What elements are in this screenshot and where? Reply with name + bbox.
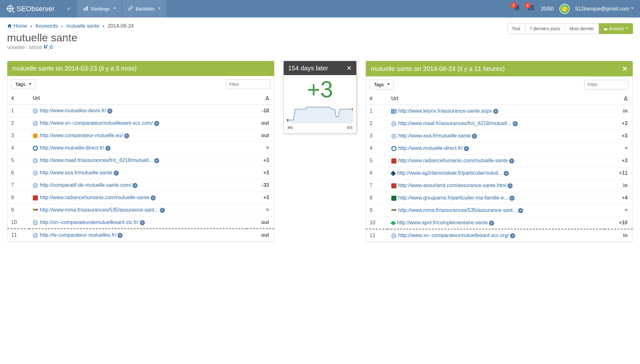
result-url-link[interactable]: http://www.comparateur-mutuelle.eu/: [40, 133, 123, 138]
table-row[interactable]: 3http://www.axa.fr/mutuelle-sante++3: [366, 130, 633, 142]
table-row[interactable]: 10http://xn--comparateurdemutuellesant-z…: [7, 216, 274, 229]
filter-input[interactable]: [226, 80, 270, 89]
result-url-link[interactable]: http://www.radiancehumanis.com/mutuelle-…: [398, 158, 508, 163]
result-url-link[interactable]: http://www.april.fr/complementaire-sante: [397, 220, 488, 225]
range-lastmonth-button[interactable]: Mois dernier: [565, 23, 599, 34]
add-icon[interactable]: +: [140, 220, 145, 225]
delta-cell: +3: [247, 154, 274, 167]
table-row[interactable]: 11http://www.xn--comparateurmutuellesant…: [366, 229, 633, 242]
delta-cell: in: [604, 229, 633, 242]
table-row[interactable]: 7http://www.assurland.com/assurance-sant…: [366, 179, 633, 192]
favorite-star[interactable]: [49, 45, 53, 50]
add-icon[interactable]: +: [105, 146, 110, 151]
result-url-link[interactable]: http://www.lelynx.fr/assurance-sante.asp…: [398, 108, 492, 114]
table-row[interactable]: 6http://www.ag2rlamondiale.fr/particulie…: [366, 167, 633, 179]
table-row[interactable]: 7http://comparatif-de-mutuelle-sante.com…: [7, 179, 274, 192]
result-url-link[interactable]: http://le-comparateur-mutuelles.fr/: [40, 232, 116, 238]
table-row[interactable]: 3http://www.comparateur-mutuelle.eu/+out: [7, 130, 274, 142]
add-icon[interactable]: +: [489, 220, 494, 226]
add-icon[interactable]: +: [504, 171, 509, 176]
close-icon[interactable]: ✕: [622, 65, 628, 73]
nav-check-icon[interactable]: ✓: [61, 6, 77, 12]
table-row[interactable]: 2http://www.maaf.fr/assurances/fr/c_6218…: [366, 117, 633, 130]
result-url-link[interactable]: http://www.mutuelle-direct.fr/: [40, 145, 104, 150]
result-url-link[interactable]: http://www.mma.fr/assurances/535/assuran…: [40, 207, 159, 213]
close-icon[interactable]: ✕: [346, 64, 352, 72]
result-url-link[interactable]: http://www.mutuelle-direct.fr/: [398, 145, 463, 151]
add-icon[interactable]: +: [154, 158, 159, 163]
rank-cell: 11: [366, 229, 388, 242]
nav-backlinks[interactable]: Backlinks: [122, 0, 167, 18]
table-row[interactable]: 8http://www.radiancehumanis.com/mutuelle…: [7, 192, 274, 204]
bar-chart-icon: [83, 6, 89, 12]
table-row[interactable]: 8http://www.groupama.fr/particulier-ma-f…: [366, 192, 633, 204]
col-rank[interactable]: #: [366, 93, 388, 105]
add-icon[interactable]: +: [154, 121, 159, 126]
add-icon[interactable]: +: [114, 171, 119, 176]
avatar[interactable]: [559, 4, 570, 14]
add-icon[interactable]: +: [510, 233, 515, 238]
table-row[interactable]: 5http://www.radiancehumanis.com/mutuelle…: [366, 155, 633, 167]
breadcrumb-keywords[interactable]: Keywords: [35, 23, 58, 29]
table-row[interactable]: 1http://www.mutuelles-devis.fr/+-18: [7, 105, 274, 117]
add-icon[interactable]: +: [508, 183, 513, 188]
col-delta[interactable]: Δ: [604, 93, 633, 105]
col-rank[interactable]: #: [7, 92, 29, 105]
result-url-link[interactable]: http://www.axa.fr/mutuelle-sante: [398, 133, 471, 138]
table-row[interactable]: 6http://www.axa.fr/mutuelle-sante++3: [7, 167, 274, 179]
result-url-link[interactable]: http://www.mutuelles-devis.fr/: [40, 108, 106, 113]
col-url[interactable]: Url: [388, 93, 604, 105]
filter-input[interactable]: [584, 80, 629, 89]
col-delta[interactable]: Δ: [247, 92, 274, 105]
add-icon[interactable]: +: [518, 208, 523, 213]
add-icon[interactable]: +: [464, 146, 469, 151]
result-url-link[interactable]: http://www.axa.fr/mutuelle-sante: [40, 170, 112, 175]
breadcrumb-home[interactable]: Home: [13, 23, 27, 29]
range-all-button[interactable]: Tout: [507, 23, 525, 34]
notification-count-badge: 7: [510, 2, 517, 9]
table-row[interactable]: 11http://le-comparateur-mutuelles.fr/+ou…: [7, 229, 274, 242]
table-row[interactable]: 9http://www.mma.fr/assurances/535/assura…: [366, 204, 633, 217]
add-icon[interactable]: +: [472, 134, 477, 139]
result-url-link[interactable]: http://www.mma.fr/assurances/535/assuran…: [398, 207, 517, 213]
range-7days-button[interactable]: 7 derniers jours: [525, 23, 565, 34]
table-row[interactable]: 5http://www.maaf.fr/assurances/fr/c_6218…: [7, 154, 274, 167]
table-row[interactable]: 4http://www.mutuelle-direct.fr/+=: [7, 142, 274, 154]
table-row[interactable]: 1http://www.lelynx.fr/assurance-sante.as…: [366, 105, 633, 117]
tags-dropdown-button[interactable]: Tags: [370, 80, 394, 89]
add-icon[interactable]: +: [117, 233, 123, 238]
result-url-link[interactable]: http://www.maaf.fr/assurances/fr/c_6218/…: [40, 158, 153, 163]
user-menu[interactable]: 512banque@gmail.com: [575, 6, 634, 12]
result-url-link[interactable]: http://www.maaf.fr/assurances/fr/c_6218/…: [398, 121, 511, 126]
add-icon[interactable]: +: [509, 196, 515, 201]
result-url-link[interactable]: http://www.xn--comparateurmutuellesant-x…: [398, 233, 509, 238]
result-url-link[interactable]: http://www.xn--comparateurmutuellesant-x…: [40, 120, 153, 126]
result-url-link[interactable]: http://xn--comparateurdemutuellesant-zic…: [40, 220, 138, 225]
add-icon[interactable]: +: [513, 121, 518, 126]
result-url-link[interactable]: http://www.assurland.com/assurance-sante…: [398, 183, 507, 188]
add-icon[interactable]: +: [151, 195, 156, 200]
add-icon[interactable]: +: [132, 183, 138, 188]
result-url-link[interactable]: http://www.ag2rlamondiale.fr/particulier…: [397, 170, 502, 176]
table-row[interactable]: 9http://www.mma.fr/assurances/535/assura…: [7, 204, 274, 216]
table-row[interactable]: 10http://www.april.fr/complementaire-san…: [366, 217, 633, 229]
col-url[interactable]: Url: [29, 92, 247, 105]
add-icon[interactable]: +: [107, 108, 112, 114]
add-icon[interactable]: +: [124, 133, 129, 138]
table-row[interactable]: 2http://www.xn--comparateurmutuellesant-…: [7, 117, 274, 130]
add-icon[interactable]: +: [160, 208, 165, 213]
table-row[interactable]: 4http://www.mutuelle-direct.fr/+=: [366, 142, 633, 155]
brand-logo[interactable]: SEObserver: [0, 5, 61, 13]
result-url-link[interactable]: http://comparatif-de-mutuelle-sante.com/: [40, 182, 131, 188]
result-url-link[interactable]: http://www.radiancehumanis.com/mutuelle-…: [40, 195, 149, 200]
nav-rankings[interactable]: Rankings: [78, 0, 122, 18]
notifications-inbox[interactable]: 3: [527, 4, 535, 13]
volatility-external-link[interactable]: [43, 45, 49, 50]
add-icon[interactable]: +: [493, 109, 498, 114]
breadcrumb-keyword[interactable]: mutuelle sante: [66, 23, 99, 29]
range-advanced-button[interactable]: Avancé: [599, 23, 633, 34]
result-url-link[interactable]: http://www.groupama.fr/particulier-ma-fa…: [398, 195, 508, 200]
notifications-bell[interactable]: 7: [513, 4, 521, 13]
add-icon[interactable]: +: [509, 158, 514, 164]
tags-dropdown-button[interactable]: Tags: [11, 79, 35, 89]
